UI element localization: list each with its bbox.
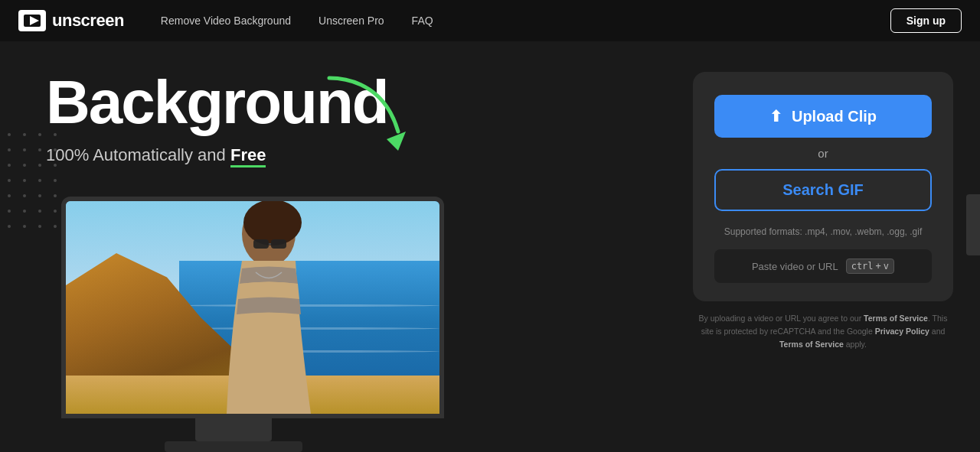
- logo[interactable]: unscreen: [18, 10, 124, 31]
- v-key: v: [884, 261, 889, 272]
- video-preview: [66, 201, 439, 414]
- paste-shortcut: ctrl + v: [846, 259, 894, 274]
- monitor-screen: [61, 197, 444, 418]
- arrow-decoration: [322, 70, 413, 154]
- hero-section: Background 100% Automatically and Free: [0, 41, 674, 452]
- nav-link-faq[interactable]: FAQ: [412, 15, 433, 27]
- nav-links: Remove Video Background Unscreen Pro FAQ: [161, 15, 890, 27]
- nav-link-remove-video[interactable]: Remove Video Background: [161, 15, 291, 27]
- upload-panel: ⬆ Upload Clip or Search GIF Supported fo…: [693, 72, 953, 301]
- supported-formats: Supported formats: .mp4, .mov, .webm, .o…: [714, 226, 932, 237]
- subtitle-prefix: 100% Automatically and: [46, 145, 230, 164]
- monitor-display: [23, 197, 498, 452]
- logo-text: unscreen: [52, 11, 124, 31]
- main-content: Background 100% Automatically and Free: [0, 41, 980, 452]
- signup-button[interactable]: Sign up: [890, 8, 962, 33]
- monitor-base: [165, 441, 302, 452]
- upload-clip-button[interactable]: ⬆ Upload Clip: [714, 95, 932, 138]
- upload-icon: ⬆: [769, 107, 782, 125]
- svg-marker-2: [387, 132, 406, 151]
- paste-area: Paste video or URL ctrl + v: [714, 249, 932, 283]
- svg-rect-5: [253, 239, 269, 249]
- navbar: unscreen Remove Video Background Unscree…: [0, 0, 980, 41]
- nav-link-pro[interactable]: Unscreen Pro: [318, 15, 384, 27]
- paste-label: Paste video or URL: [752, 261, 838, 272]
- right-edge-decoration: [966, 194, 980, 255]
- logo-icon: [18, 10, 46, 31]
- ctrl-key: ctrl: [851, 261, 874, 272]
- search-gif-button[interactable]: Search GIF: [714, 169, 932, 211]
- or-divider: or: [714, 147, 932, 160]
- upload-section: ⬆ Upload Clip or Search GIF Supported fo…: [674, 41, 980, 452]
- privacy-policy-link[interactable]: Privacy Policy: [875, 327, 929, 336]
- svg-point-4: [243, 201, 302, 246]
- terms-of-service-link-2[interactable]: Terms of Service: [779, 340, 844, 349]
- terms-text: By uploading a video or URL you agree to…: [689, 312, 957, 350]
- search-gif-label: Search GIF: [782, 181, 864, 199]
- terms-of-service-link[interactable]: Terms of Service: [864, 314, 928, 323]
- svg-rect-6: [271, 239, 286, 249]
- monitor-stand: [195, 418, 272, 441]
- subtitle-free: Free: [230, 145, 266, 167]
- upload-btn-label: Upload Clip: [792, 108, 877, 125]
